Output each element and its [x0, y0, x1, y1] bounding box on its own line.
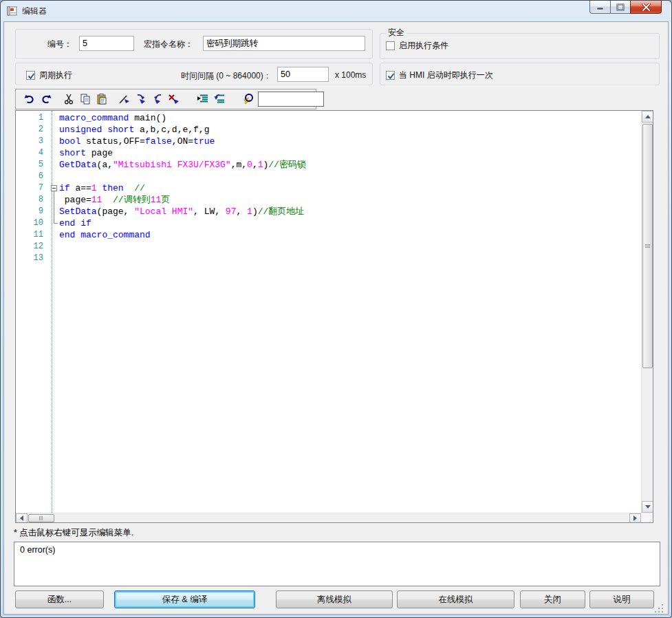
close-dialog-button[interactable]: 关闭 [520, 590, 585, 608]
line-number: 13 [16, 253, 49, 264]
undo-icon[interactable] [21, 91, 38, 107]
fold-margin [49, 136, 59, 147]
code-line[interactable]: 13 [16, 253, 641, 264]
code-line[interactable]: 9SetData(page, "Local HMI", LW, 97, 1)//… [16, 206, 641, 217]
line-number: 4 [16, 147, 49, 159]
startup-groupbox: 当 HMI 启动时即执行一次 [380, 63, 660, 85]
fold-margin [49, 124, 59, 136]
code-text: bool status,OFF=false,ON=true [59, 136, 215, 147]
fold-margin [49, 159, 59, 171]
scroll-left-button[interactable] [16, 513, 28, 523]
paste-icon[interactable] [94, 91, 110, 107]
run-on-startup-label: 当 HMI 启动时即执行一次 [399, 70, 493, 81]
toggle-bookmark-icon[interactable] [116, 91, 133, 107]
fold-margin [49, 253, 59, 264]
next-bookmark-icon[interactable] [133, 91, 149, 107]
compiler-output[interactable]: 0 error(s) [14, 542, 660, 586]
dialog-content: 编号： 宏指令名称： 安全 启用执行条件 周期执行 时 [3, 21, 669, 615]
online-simulation-button[interactable]: 在线模拟 [397, 590, 514, 608]
macro-id-input[interactable] [79, 36, 134, 51]
startup-row: 当 HMI 启动时即执行一次 [386, 70, 493, 81]
code-text: GetData(a,"Mitsubishi FX3U/FX3G",m,0,1)/… [59, 159, 306, 171]
line-number: 8 [16, 194, 49, 206]
save-compile-button[interactable]: 保存 & 编译 [114, 590, 255, 608]
code-lines: 1macro_command main()2unsigned short a,b… [16, 112, 641, 264]
offline-simulation-button[interactable]: 离线模拟 [276, 590, 393, 608]
code-line[interactable]: 12 [16, 241, 641, 253]
copy-icon[interactable] [77, 91, 94, 107]
scrollbar-corner [641, 513, 653, 522]
code-line[interactable]: 8 page=11 //调转到11页 [16, 194, 641, 206]
code-line[interactable]: 1macro_command main() [16, 112, 641, 124]
code-text: end if [59, 217, 91, 229]
fold-margin [49, 112, 59, 124]
fold-margin [49, 217, 59, 229]
horizontal-scroll-thumb[interactable] [28, 514, 54, 522]
help-button[interactable]: 说明 [589, 590, 654, 608]
horizontal-scrollbar[interactable] [16, 513, 641, 522]
titlebar[interactable]: 编辑器 [1, 1, 671, 21]
line-number: 7 [16, 182, 49, 194]
enable-condition-row: 启用执行条件 [386, 40, 448, 52]
vertical-scroll-thumb[interactable] [642, 124, 653, 368]
periodic-groupbox: 周期执行 时间间隔 (0 ~ 864000)： x 100ms [15, 63, 373, 85]
periodic-checkbox[interactable] [26, 71, 35, 80]
line-number: 3 [16, 136, 49, 147]
id-name-groupbox: 编号： 宏指令名称： [15, 29, 373, 59]
id-label: 编号： [47, 39, 72, 50]
line-number: 5 [16, 159, 49, 171]
code-text: SetData(page, "Local HMI", LW, 97, 1)//翻… [59, 206, 304, 217]
security-groupbox: 安全 启用执行条件 [380, 33, 660, 59]
resize-grip[interactable] [655, 604, 664, 613]
editor-toolbar [15, 89, 316, 109]
code-text: page=11 //调转到11页 [59, 194, 170, 206]
fold-margin [49, 229, 59, 241]
window-controls [589, 1, 662, 14]
enable-condition-checkbox[interactable] [386, 41, 395, 50]
fold-margin [49, 206, 59, 217]
vertical-scrollbar[interactable] [641, 111, 653, 513]
line-number: 12 [16, 241, 49, 253]
macro-name-input[interactable] [203, 36, 365, 51]
code-line[interactable]: 4short page [16, 147, 641, 159]
interval-input[interactable] [277, 67, 329, 82]
scroll-up-button[interactable] [642, 111, 653, 122]
code-line[interactable]: 3bool status,OFF=false,ON=true [16, 136, 641, 147]
cut-icon[interactable] [61, 91, 77, 107]
run-on-startup-checkbox[interactable] [386, 71, 395, 80]
interval-label: 时间间隔 (0 ~ 864000)： [181, 70, 272, 82]
maximize-button[interactable] [610, 1, 630, 14]
interval-unit-label: x 100ms [335, 70, 366, 80]
line-number: 11 [16, 229, 49, 241]
find-input[interactable] [258, 92, 324, 107]
periodic-label: 周期执行 [39, 70, 72, 81]
functions-button[interactable]: 函数... [15, 590, 104, 608]
find-icon[interactable] [240, 91, 257, 107]
editor-window: 编辑器 编号： 宏指令名称： 安全 [0, 0, 672, 618]
code-text: if a==1 then // [59, 182, 145, 194]
fold-margin [49, 147, 59, 159]
outdent-icon[interactable] [211, 91, 228, 107]
minimize-button[interactable] [589, 1, 610, 14]
code-line[interactable]: 6 [16, 171, 641, 182]
redo-icon[interactable] [38, 91, 54, 107]
clear-bookmarks-icon[interactable] [166, 91, 182, 107]
line-number: 10 [16, 217, 49, 229]
line-number: 1 [16, 112, 49, 124]
fold-marker[interactable] [51, 185, 57, 191]
code-line[interactable]: 7if a==1 then // [16, 182, 641, 194]
code-line[interactable]: 10end if [16, 217, 641, 229]
code-line[interactable]: 5GetData(a,"Mitsubishi FX3U/FX3G",m,0,1)… [16, 159, 641, 171]
fold-margin [49, 194, 59, 206]
indent-icon[interactable] [195, 91, 211, 107]
prev-bookmark-icon[interactable] [149, 91, 166, 107]
enable-condition-label: 启用执行条件 [399, 40, 448, 52]
code-line[interactable]: 11end macro_command [16, 229, 641, 241]
fold-margin [49, 241, 59, 253]
line-number: 9 [16, 206, 49, 217]
scroll-down-button[interactable] [642, 501, 653, 513]
close-button[interactable] [630, 1, 662, 14]
code-line[interactable]: 2unsigned short a,b,c,d,e,f,g [16, 124, 641, 136]
code-editor[interactable]: 1macro_command main()2unsigned short a,b… [15, 110, 653, 523]
scroll-right-button[interactable] [629, 513, 641, 523]
